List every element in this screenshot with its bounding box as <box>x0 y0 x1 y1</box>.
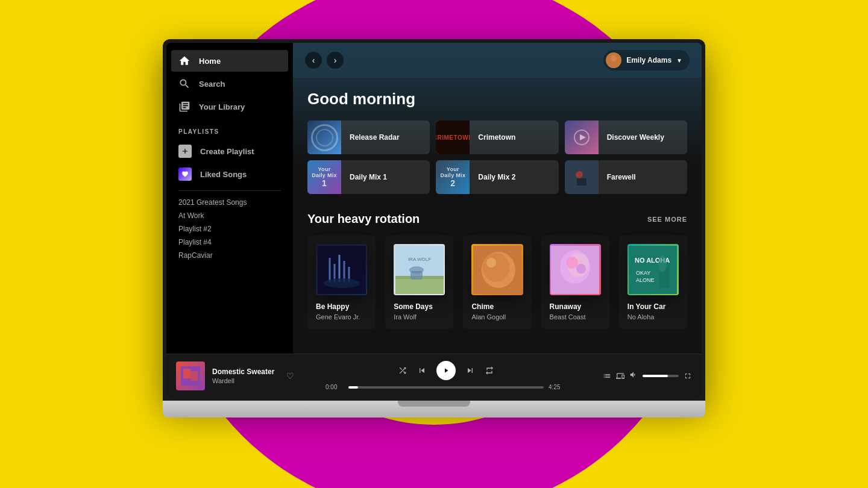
albums-grid: Be Happy Gene Evaro Jr. IRA WOLF <box>307 236 687 329</box>
svg-text:IRA WOLF: IRA WOLF <box>408 257 431 262</box>
playlist-item[interactable]: Playlist #2 <box>178 225 281 233</box>
user-profile-button[interactable]: Emily Adams ▼ <box>603 50 690 70</box>
svg-point-23 <box>486 258 496 267</box>
svg-text:OKAY: OKAY <box>636 270 650 276</box>
top-bar: ‹ › Emily Adams ▼ <box>293 43 702 78</box>
daily-mix-2-title: Daily Mix 2 <box>470 173 524 181</box>
heart-button[interactable]: ♡ <box>286 371 294 381</box>
svg-point-22 <box>483 253 509 282</box>
play-pause-button[interactable] <box>436 361 456 380</box>
quick-card-farewell[interactable]: Farewell <box>565 160 687 194</box>
album-card-in-your-car[interactable]: NO ALOHA OKAY ALONE In Your Car No Aloha <box>619 236 687 329</box>
search-label: Search <box>199 80 225 89</box>
create-playlist-button[interactable]: Create Playlist <box>166 140 293 163</box>
svg-point-19 <box>409 266 424 274</box>
playlist-item[interactable]: At Work <box>178 211 281 220</box>
svg-point-0 <box>611 55 617 61</box>
see-more-button[interactable]: SEE MORE <box>647 216 687 223</box>
album-card-be-happy[interactable]: Be Happy Gene Evaro Jr. <box>307 236 376 329</box>
playlists-section-label: PLAYLISTS <box>166 119 293 140</box>
progress-fill <box>348 386 358 389</box>
sidebar-item-search[interactable]: Search <box>171 73 288 95</box>
album-cover-be-happy <box>316 244 367 295</box>
crimetown-thumb: CRIMETOWN <box>436 120 470 154</box>
next-button[interactable] <box>465 366 475 375</box>
volume-fill <box>643 375 668 377</box>
shuffle-button[interactable] <box>398 366 407 375</box>
album-name: Some Days <box>394 302 445 311</box>
sidebar-item-library[interactable]: Your Library <box>171 96 288 117</box>
farewell-title: Farewell <box>599 173 644 181</box>
sidebar: Home Search Your Library <box>166 43 293 354</box>
svg-rect-37 <box>190 371 198 381</box>
player-track-name: Domestic Sweater <box>212 368 274 376</box>
repeat-button[interactable] <box>485 366 494 375</box>
album-artist: No Aloha <box>627 313 679 321</box>
quick-card-daily-mix-2[interactable]: YourDaily Mix2 Daily Mix 2 <box>436 160 558 194</box>
quick-picks-grid: Release Radar CRIMETOWN Crimetown <box>307 120 687 194</box>
quick-card-crimetown[interactable]: CRIMETOWN Crimetown <box>436 120 558 154</box>
album-card-chime[interactable]: Chime Alan Gogoll <box>463 236 531 329</box>
playlist-item[interactable]: 2021 Greatest Songs <box>178 198 281 207</box>
prev-button[interactable] <box>417 366 427 375</box>
volume-icon <box>629 371 638 381</box>
farewell-thumb <box>565 160 599 194</box>
svg-point-27 <box>566 257 578 269</box>
svg-point-5 <box>576 171 583 178</box>
album-artist: Gene Evaro Jr. <box>316 313 367 321</box>
album-cover-some-days: IRA WOLF <box>394 244 445 295</box>
daily-mix-2-thumb: YourDaily Mix2 <box>436 160 470 194</box>
release-radar-thumb <box>307 120 341 154</box>
player-track-artist: Wardell <box>212 377 274 384</box>
album-artist: Alan Gogoll <box>471 313 523 321</box>
progress-bar[interactable] <box>348 386 544 389</box>
daily-mix-1-title: Daily Mix 1 <box>341 173 395 181</box>
greeting: Good morning <box>307 90 687 108</box>
user-dropdown-icon: ▼ <box>676 57 682 64</box>
svg-point-13 <box>324 278 360 288</box>
time-current: 0:00 <box>326 384 344 390</box>
laptop-notch <box>398 401 470 407</box>
player-bar: Domestic Sweater Wardell ♡ <box>166 354 702 397</box>
svg-point-28 <box>576 264 586 274</box>
svg-rect-6 <box>577 178 587 186</box>
player-controls: 0:00 4:25 <box>303 361 590 390</box>
album-cover-chime <box>471 244 523 295</box>
devices-button[interactable] <box>616 372 624 380</box>
album-card-runaway[interactable]: Runaway Beast Coast <box>541 236 609 329</box>
playlist-item[interactable]: RapCaviar <box>178 251 281 260</box>
album-card-some-days[interactable]: IRA WOLF Some Days Ira Wolf <box>385 236 453 329</box>
svg-marker-3 <box>580 134 586 140</box>
svg-text:ALONE: ALONE <box>636 277 655 283</box>
sidebar-divider <box>178 190 281 191</box>
volume-bar[interactable] <box>643 375 679 377</box>
discover-weekly-title: Discover Weekly <box>599 133 673 142</box>
forward-button[interactable]: › <box>327 52 344 69</box>
svg-rect-36 <box>183 369 190 378</box>
queue-button[interactable] <box>603 372 611 380</box>
playlist-item[interactable]: Playlist #4 <box>178 238 281 246</box>
player-track-info: Domestic Sweater Wardell ♡ <box>176 361 297 390</box>
section-title: Your heavy rotation <box>307 212 420 226</box>
player-thumbnail <box>176 361 205 390</box>
daily-mix-1-thumb: YourDaily Mix1 <box>307 160 341 194</box>
create-playlist-label: Create Playlist <box>200 147 254 156</box>
quick-card-release-radar[interactable]: Release Radar <box>307 120 430 154</box>
album-name: Runaway <box>550 302 601 311</box>
laptop-base <box>163 401 705 418</box>
home-icon <box>178 55 190 67</box>
back-button[interactable]: ‹ <box>305 52 322 69</box>
quick-card-daily-mix-1[interactable]: YourDaily Mix1 Daily Mix 1 <box>307 160 430 194</box>
player-buttons <box>398 361 494 380</box>
quick-card-discover-weekly[interactable]: Discover Weekly <box>565 120 687 154</box>
sidebar-item-home[interactable]: Home <box>171 50 288 72</box>
nav-buttons: ‹ › <box>305 52 344 69</box>
svg-point-34 <box>658 255 667 272</box>
search-icon <box>178 78 190 90</box>
fullscreen-button[interactable] <box>684 372 692 380</box>
user-name: Emily Adams <box>626 56 671 64</box>
crimetown-title: Crimetown <box>470 133 524 142</box>
liked-songs-button[interactable]: Liked Songs <box>166 163 293 186</box>
album-cover-in-your-car: NO ALOHA OKAY ALONE <box>627 244 679 295</box>
liked-songs-label: Liked Songs <box>200 170 247 179</box>
